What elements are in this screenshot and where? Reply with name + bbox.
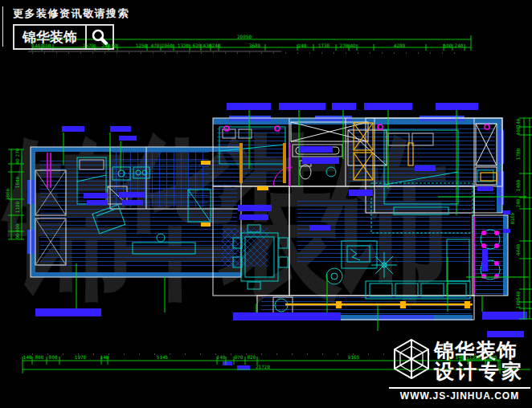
search-icon xyxy=(87,26,113,48)
cube-logo-icon xyxy=(389,337,434,385)
header-tagline: 更多装修资讯敬请搜索 xyxy=(13,6,129,21)
footer-logo-block: 锦华装饰 设计专家 WWW.JS-JINHUA.COM xyxy=(389,337,530,402)
footer-website: WWW.JS-JINHUA.COM xyxy=(389,387,530,402)
header-watermark-block: 更多装修资讯敬请搜索 锦华装饰 xyxy=(13,6,129,50)
footer-subtitle: 设计专家 xyxy=(434,361,530,381)
footer-brand-name: 锦华装饰 xyxy=(434,340,530,361)
header-brand-box: 锦华装饰 xyxy=(13,24,114,50)
drawing-canvas: 锦华装饰 更多装修资讯敬请搜索 锦华装饰 xyxy=(0,0,532,408)
header-brand-name: 锦华装饰 xyxy=(14,26,87,48)
